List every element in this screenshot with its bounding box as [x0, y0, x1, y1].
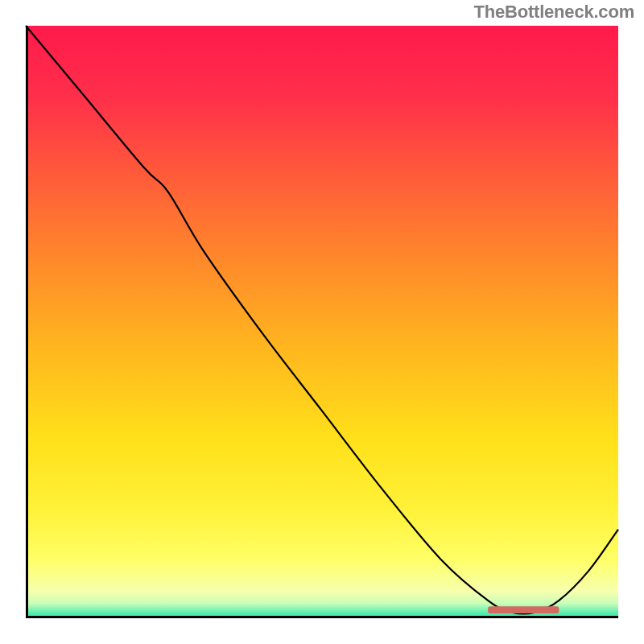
- y-axis: [26, 26, 28, 618]
- axes: [26, 26, 618, 618]
- x-axis: [26, 616, 618, 618]
- watermark-text: TheBottleneck.com: [473, 2, 634, 23]
- chart-container: TheBottleneck.com: [0, 0, 644, 644]
